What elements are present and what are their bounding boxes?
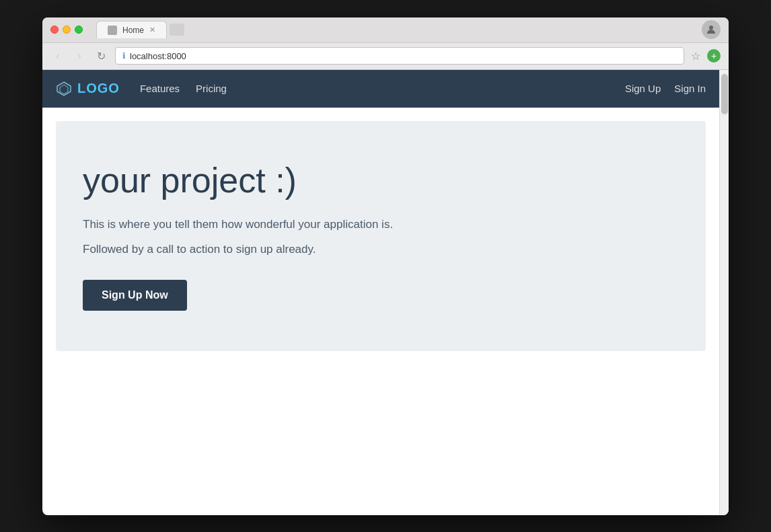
nav-features[interactable]: Features: [140, 83, 180, 94]
tab-favicon: [108, 26, 117, 35]
page-area: LOGO Features Pricing Sign Up Sign In yo…: [42, 70, 729, 515]
hero-title: your project :): [83, 161, 679, 200]
minimize-button[interactable]: [63, 26, 71, 34]
site-navbar: LOGO Features Pricing Sign Up Sign In: [42, 70, 719, 108]
active-tab[interactable]: Home ✕: [96, 21, 167, 38]
reload-button[interactable]: ↻: [94, 50, 108, 63]
hero-subtitle-1: This is where you tell them how wonderfu…: [83, 216, 679, 233]
title-bar: Home ✕: [42, 17, 729, 43]
close-button[interactable]: [50, 26, 59, 34]
cast-button[interactable]: +: [707, 49, 721, 63]
nav-signin[interactable]: Sign In: [674, 83, 706, 94]
signup-now-button[interactable]: Sign Up Now: [83, 280, 187, 311]
forward-button[interactable]: ›: [72, 50, 87, 62]
security-icon: ℹ: [122, 51, 126, 61]
browser-window: Home ✕ ‹ › ↻ ℹ localhost:8000 ☆ +: [42, 17, 729, 515]
page-scroll: LOGO Features Pricing Sign Up Sign In yo…: [42, 70, 719, 515]
url-bar[interactable]: ℹ localhost:8000: [115, 47, 684, 65]
new-tab-button[interactable]: [170, 24, 184, 36]
scrollbar-thumb[interactable]: [721, 74, 728, 114]
nav-auth: Sign Up Sign In: [625, 83, 706, 94]
brand-logo-icon: [56, 81, 72, 97]
url-text: localhost:8000: [130, 51, 186, 61]
tab-title: Home: [122, 26, 144, 35]
address-bar: ‹ › ↻ ℹ localhost:8000 ☆ +: [42, 43, 729, 70]
user-icon: [706, 24, 717, 35]
maximize-button[interactable]: [75, 26, 83, 34]
scrollbar-track[interactable]: [719, 70, 729, 515]
nav-signup[interactable]: Sign Up: [625, 83, 661, 94]
svg-point-0: [709, 26, 713, 30]
back-button[interactable]: ‹: [50, 50, 65, 62]
hero-subtitle-2: Followed by a call to action to sign up …: [83, 241, 679, 258]
hero-cta: Sign Up Now: [83, 280, 679, 311]
svg-marker-2: [60, 85, 68, 94]
nav-pricing[interactable]: Pricing: [196, 83, 227, 94]
svg-marker-1: [57, 82, 71, 96]
brand-name: LOGO: [77, 81, 120, 96]
navbar-brand: LOGO: [56, 81, 120, 97]
nav-links: Features Pricing: [140, 83, 227, 94]
tab-bar: Home ✕: [96, 21, 696, 38]
traffic-lights: [50, 26, 83, 34]
hero-section: your project :) This is where you tell t…: [56, 121, 706, 351]
user-avatar: [702, 20, 721, 39]
tab-close-button[interactable]: ✕: [149, 26, 155, 34]
bookmark-button[interactable]: ☆: [691, 50, 700, 63]
